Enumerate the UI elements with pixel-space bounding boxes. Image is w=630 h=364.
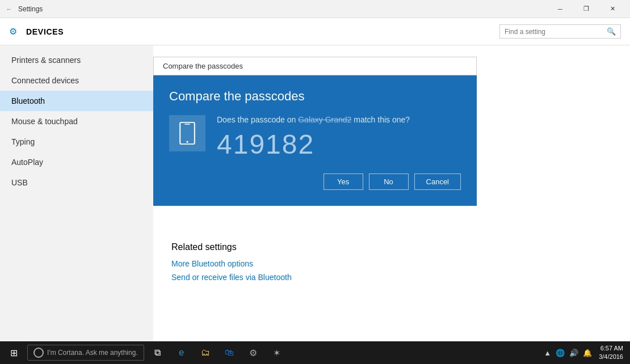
time-display: 6:57 AM	[599, 344, 623, 353]
cortana-text: I'm Cortana. Ask me anything.	[47, 349, 138, 357]
show-hidden-icon[interactable]: ▲	[544, 349, 551, 357]
header: ⚙ DEVICES 🔍	[0, 18, 630, 45]
taskbar: ⊞ I'm Cortana. Ask me anything. ⧉ e 🗂 🛍 …	[0, 341, 630, 364]
passcode-display: 419182	[217, 129, 410, 160]
minimize-button[interactable]: ─	[547, 0, 573, 18]
dialog-titlebar: Compare the passcodes	[153, 57, 477, 75]
file-explorer-button[interactable]: 🗂	[194, 341, 217, 364]
yes-button[interactable]: Yes	[324, 173, 363, 190]
system-icons: ▲ 🌐 🔊 🔔	[544, 349, 592, 357]
sidebar-item-bluetooth[interactable]: Bluetooth	[0, 91, 153, 111]
dialog-heading: Compare the passcodes	[169, 89, 461, 104]
titlebar-nav: ←	[5, 5, 14, 14]
sidebar: Printers & scanners Connected devices Bl…	[0, 45, 153, 341]
dialog-question: Does the passcode on Galaxy Grand2 match…	[217, 115, 410, 124]
settings-icon: ⚙	[9, 26, 20, 37]
passcode-dialog: Compare the passcodes Compare the passco…	[153, 57, 477, 206]
search-box[interactable]: 🔍	[499, 24, 621, 39]
sidebar-item-usb[interactable]: USB	[0, 172, 153, 193]
dialog-text-area: Does the passcode on Galaxy Grand2 match…	[217, 115, 410, 160]
titlebar: ← Settings ─ ❐ ✕	[0, 0, 630, 18]
sidebar-item-typing[interactable]: Typing	[0, 132, 153, 152]
volume-icon[interactable]: 🔊	[569, 349, 578, 357]
close-button[interactable]: ✕	[599, 0, 625, 18]
sidebar-item-printers[interactable]: Printers & scanners	[0, 50, 153, 70]
bluetooth-taskbar-button[interactable]: ✶	[266, 341, 288, 364]
main-layout: Printers & scanners Connected devices Bl…	[0, 45, 630, 341]
phone-icon	[176, 122, 199, 145]
task-view-button[interactable]: ⧉	[146, 341, 169, 364]
sidebar-item-autoplay[interactable]: AutoPlay	[0, 152, 153, 172]
titlebar-controls: ─ ❐ ✕	[547, 0, 625, 18]
cortana-icon	[33, 348, 44, 358]
dialog-overlay: Compare the passcodes Compare the passco…	[153, 45, 630, 341]
store-button[interactable]: 🛍	[218, 341, 241, 364]
settings-taskbar-button[interactable]: ⚙	[242, 341, 264, 364]
taskbar-apps: ⧉ e 🗂 🛍 ⚙ ✶	[146, 341, 288, 364]
cancel-button[interactable]: Cancel	[414, 173, 461, 190]
content-area: Manage Bluetooth devices Compare the pas…	[153, 45, 630, 341]
back-button[interactable]: ←	[5, 5, 14, 14]
sidebar-item-mouse[interactable]: Mouse & touchpad	[0, 111, 153, 132]
taskbar-right: ▲ 🌐 🔊 🔔 6:57 AM 3/4/2016	[544, 344, 628, 362]
notification-icon[interactable]: 🔔	[583, 349, 592, 357]
date-display: 3/4/2016	[599, 353, 623, 361]
app-title: DEVICES	[26, 27, 64, 36]
dialog-content-row: Does the passcode on Galaxy Grand2 match…	[169, 115, 461, 160]
restore-button[interactable]: ❐	[573, 0, 599, 18]
cortana-search[interactable]: I'm Cortana. Ask me anything.	[27, 345, 144, 361]
svg-point-1	[186, 141, 188, 143]
edge-browser-button[interactable]: e	[170, 341, 193, 364]
device-icon-box	[169, 115, 205, 151]
dialog-body: Compare the passcodes Does the passcod	[153, 75, 477, 206]
no-button[interactable]: No	[369, 173, 409, 190]
sidebar-item-connected[interactable]: Connected devices	[0, 70, 153, 91]
dialog-buttons: Yes No Cancel	[169, 173, 461, 190]
start-button[interactable]: ⊞	[2, 341, 25, 364]
network-icon[interactable]: 🌐	[556, 349, 565, 357]
clock: 6:57 AM 3/4/2016	[599, 344, 623, 362]
question-suffix: match this one?	[354, 115, 410, 124]
device-name: Galaxy Grand2	[298, 115, 351, 124]
question-prefix: Does the passcode on	[217, 115, 296, 124]
svg-rect-0	[180, 122, 195, 144]
titlebar-title: Settings	[18, 5, 43, 13]
svg-rect-2	[184, 124, 190, 125]
search-icon: 🔍	[602, 25, 620, 38]
search-input[interactable]	[500, 26, 602, 38]
